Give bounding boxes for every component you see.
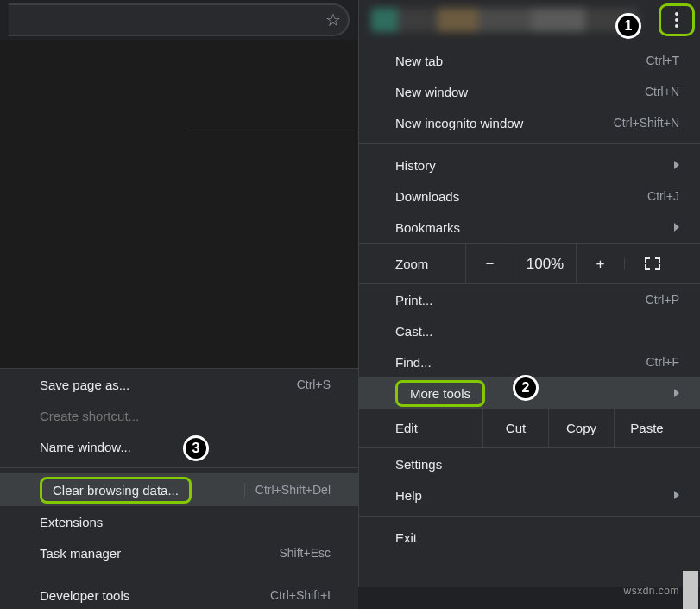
menu-shortcut: Shift+Esc [279, 546, 331, 560]
fullscreen-icon [645, 257, 660, 270]
menu-find[interactable]: Find... Ctrl+F [359, 346, 700, 377]
zoom-label: Zoom [383, 257, 428, 271]
menu-label: Clear browsing data... [53, 483, 179, 498]
submenu-name-window[interactable]: Name window... [0, 431, 358, 462]
menu-label: Print... [395, 293, 432, 308]
bookmark-star-icon[interactable]: ☆ [325, 10, 341, 30]
menu-shortcut: Ctrl+N [645, 85, 679, 98]
menu-label: New window [395, 85, 468, 99]
scrollbar-thumb[interactable] [683, 571, 698, 609]
menu-new-window[interactable]: New window Ctrl+N [359, 76, 700, 107]
submenu-developer-tools[interactable]: Developer tools Ctrl+Shift+I [0, 580, 358, 609]
menu-new-incognito[interactable]: New incognito window Ctrl+Shift+N [359, 107, 700, 138]
menu-new-tab[interactable]: New tab Ctrl+T [359, 45, 700, 76]
menu-label: Settings [395, 457, 442, 472]
menu-shortcut: Ctrl+F [646, 355, 680, 369]
step-badge-1: 1 [615, 13, 641, 39]
menu-downloads[interactable]: Downloads Ctrl+J [359, 181, 700, 212]
menu-label: Exit [395, 530, 417, 545]
menu-label: More tools [410, 386, 470, 401]
omnibox[interactable]: ☆ [9, 3, 350, 36]
chevron-right-icon [674, 491, 679, 499]
menu-cast[interactable]: Cast... [359, 315, 700, 346]
chevron-right-icon [674, 389, 679, 397]
more-tools-submenu: Save page as... Ctrl+S Create shortcut..… [0, 368, 358, 609]
profile-strip [359, 0, 700, 40]
zoom-value: 100% [514, 244, 576, 284]
menu-shortcut: Ctrl+T [646, 54, 680, 67]
chrome-main-menu: New tab Ctrl+T New window Ctrl+N New inc… [358, 0, 700, 587]
menu-label: Bookmarks [395, 220, 460, 235]
menu-label: Cast... [395, 324, 432, 339]
menu-help[interactable]: Help [359, 479, 700, 511]
kebab-icon [675, 12, 678, 28]
divider [188, 130, 358, 130]
menu-label: Downloads [395, 189, 459, 204]
menu-label: Developer tools [40, 588, 129, 603]
menu-shortcut: Ctrl+Shift+I [270, 588, 331, 602]
divider [0, 467, 358, 468]
menu-label: Save page as... [40, 377, 129, 392]
browser-toolbar: ☆ [0, 0, 358, 40]
profile-icons-blurred [371, 8, 639, 32]
step-badge-3: 3 [183, 435, 209, 461]
zoom-in-button[interactable]: + [576, 244, 624, 284]
menu-settings[interactable]: Settings [359, 448, 700, 479]
edit-cut-button[interactable]: Cut [482, 409, 548, 447]
submenu-create-shortcut[interactable]: Create shortcut... [0, 400, 358, 431]
zoom-out-button[interactable]: − [465, 244, 514, 284]
watermark: wsxdn.com [623, 585, 679, 597]
chevron-right-icon [674, 161, 679, 169]
menu-label: Task manager [40, 546, 121, 561]
menu-shortcut: Ctrl+P [646, 293, 679, 307]
menu-label: New tab [395, 54, 443, 68]
submenu-clear-browsing-data[interactable]: Clear browsing data... Ctrl+Shift+Del [0, 473, 358, 506]
submenu-extensions[interactable]: Extensions [0, 506, 358, 537]
more-tools-highlight: More tools [395, 380, 485, 407]
step-badge-2: 2 [513, 375, 539, 401]
divider [0, 574, 358, 574]
menu-label: New incognito window [395, 116, 523, 130]
menu-print[interactable]: Print... Ctrl+P [359, 284, 700, 315]
menu-zoom: Zoom − 100% + [359, 243, 700, 284]
submenu-save-page[interactable]: Save page as... Ctrl+S [0, 369, 358, 400]
clear-data-highlight: Clear browsing data... [40, 477, 192, 504]
menu-exit[interactable]: Exit [359, 522, 700, 553]
divider [359, 516, 700, 517]
edit-paste-button[interactable]: Paste [614, 409, 679, 447]
edit-label: Edit [383, 421, 418, 435]
submenu-task-manager[interactable]: Task manager Shift+Esc [0, 537, 358, 568]
menu-edit: Edit Cut Copy Paste [359, 409, 700, 448]
menu-shortcut: Ctrl+Shift+Del [244, 483, 331, 497]
menu-history[interactable]: History [359, 149, 700, 181]
menu-bookmarks[interactable]: Bookmarks [359, 212, 700, 243]
menu-shortcut: Ctrl+J [647, 189, 679, 203]
menu-label: Find... [395, 355, 432, 370]
screenshot-canvas: ☆ New tab Ctrl+T New window Ctrl+N New i… [0, 0, 700, 609]
menu-label: Create shortcut... [40, 409, 139, 423]
fullscreen-button[interactable] [624, 257, 679, 270]
menu-label: Name window... [40, 440, 131, 454]
menu-shortcut: Ctrl+Shift+N [614, 116, 679, 130]
chevron-right-icon [674, 223, 679, 232]
edit-copy-button[interactable]: Copy [548, 409, 614, 447]
menu-shortcut: Ctrl+S [297, 377, 331, 391]
divider [359, 143, 700, 144]
menu-label: History [395, 158, 436, 173]
kebab-menu-button[interactable] [659, 3, 695, 36]
menu-label: Help [395, 488, 422, 503]
menu-label: Extensions [40, 515, 103, 530]
